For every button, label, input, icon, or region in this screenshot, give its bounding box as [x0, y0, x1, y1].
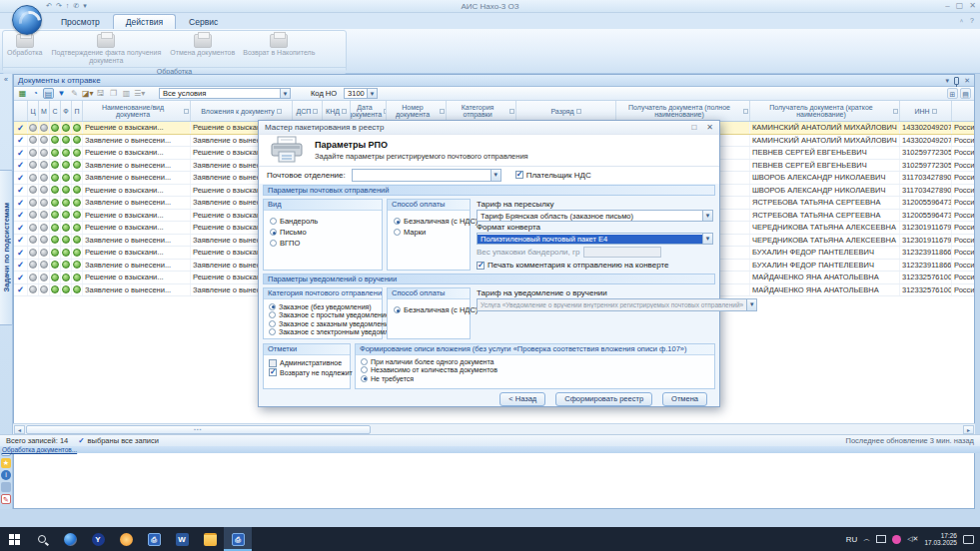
ribbon-button-Подтверждение[interactable]: Подтверждение факта получения документа — [46, 31, 166, 67]
column-header[interactable]: Номер документа — [387, 101, 447, 121]
column-filter-icon[interactable] — [932, 109, 937, 114]
marks-option[interactable]: Возврату не подлежит — [269, 368, 350, 376]
print-comment-checkbox[interactable] — [477, 262, 485, 270]
column-header[interactable]: Наименование/вид документа — [83, 101, 191, 121]
window-close-button[interactable]: ✕ — [969, 1, 976, 10]
tab-Действия[interactable]: Действия — [113, 14, 176, 29]
envelope-format-select[interactable]: Полиэтиленовый почтовый пакет Е4 ▼ — [477, 233, 713, 245]
taskbar-icon-app-active[interactable]: ⎙ — [224, 527, 252, 551]
taskbar-icon-app[interactable]: ⎙ — [140, 527, 168, 551]
column-header[interactable]: ИНН — [900, 101, 952, 121]
archive-icon[interactable] — [1, 482, 11, 492]
column-filter-icon[interactable] — [277, 109, 282, 114]
column-header[interactable]: ДСП — [293, 101, 323, 121]
taskbar-icon-browser[interactable] — [56, 527, 84, 551]
column-filter-icon[interactable] — [893, 109, 898, 114]
language-indicator[interactable]: RU — [846, 535, 858, 544]
column-header[interactable]: Категория отправки — [447, 101, 516, 121]
volume-muted-icon[interactable]: ◁✕ — [907, 535, 918, 543]
horizontal-scrollbar[interactable]: ◂ ▪▪▪ ▸ — [13, 423, 975, 434]
app-tray-icon[interactable] — [892, 535, 901, 544]
payment-option[interactable]: Безналичная (с НДС) — [394, 217, 470, 226]
window-minimize-button[interactable]: – — [945, 1, 949, 10]
panel-menu-icon[interactable]: ▾ — [946, 76, 950, 86]
collapse-sidebar-icon[interactable]: « — [0, 74, 12, 83]
network-icon[interactable] — [876, 535, 886, 543]
taskbar-icon-start[interactable] — [0, 527, 28, 551]
column-filter-icon[interactable] — [342, 109, 347, 114]
ribbon-button-Возврат[interactable]: Возврат в Накопитель — [239, 31, 319, 67]
kind-option[interactable]: Бандероль — [270, 217, 382, 226]
column-header-П[interactable]: П — [72, 101, 83, 121]
help-icon[interactable]: ? — [970, 17, 974, 27]
taskbar-icon-word[interactable]: W — [168, 527, 196, 551]
ribbon-button-Отмена[interactable]: Отмена документов — [166, 31, 239, 67]
dialog-close-button[interactable]: ✕ — [706, 123, 713, 132]
filter-icon[interactable]: ▼ — [56, 88, 67, 99]
favorites-star-icon[interactable]: ★ — [1, 458, 11, 468]
scroll-left-icon[interactable]: ◂ — [14, 425, 25, 434]
action-center-icon[interactable] — [963, 535, 974, 544]
column-header-С[interactable]: С — [50, 101, 61, 121]
column-filter-icon[interactable] — [313, 109, 318, 114]
payment-option[interactable]: Марки — [394, 228, 470, 237]
view-settings-icon[interactable]: ▤ — [960, 88, 971, 99]
postal-office-select[interactable]: ▼ — [352, 169, 501, 182]
inventory-option[interactable]: Независимо от количества документов — [361, 366, 714, 373]
tariff-select[interactable]: Тариф Брянская область (заказное письмо)… — [477, 210, 713, 222]
scrollbar-thumb[interactable]: ▪▪▪ — [26, 425, 371, 434]
window-maximize-button[interactable]: ▢ — [956, 1, 964, 10]
kind-option[interactable]: Письмо — [270, 228, 382, 237]
inventory-option[interactable]: При наличии более одного документа — [361, 358, 714, 365]
notify-payment-option[interactable]: Безналичная (с НДС) — [394, 305, 470, 314]
column-filter-icon[interactable] — [576, 109, 581, 114]
column-header-Ц[interactable]: Ц — [28, 101, 39, 121]
edit-pencil-icon[interactable]: ✎ — [1, 494, 11, 504]
tray-expand-icon[interactable]: ︿ — [863, 534, 870, 544]
vat-payer-checkbox[interactable] — [515, 171, 523, 179]
column-header-country[interactable] — [952, 101, 974, 121]
taskbar-icon-search[interactable] — [28, 527, 56, 551]
column-header[interactable]: КНД — [323, 101, 351, 121]
tab-Сервис[interactable]: Сервис — [176, 14, 231, 29]
taskbar-icon-explorer[interactable] — [196, 527, 224, 551]
columns-icon[interactable]: ▥ — [121, 88, 132, 99]
column-filter-icon[interactable] — [509, 109, 514, 114]
column-header[interactable]: Получатель документа (полное наименовани… — [616, 101, 750, 121]
column-filter-icon[interactable] — [743, 109, 748, 114]
category-option[interactable]: Заказное с заказным уведомлением — [269, 320, 382, 327]
column-header[interactable]: Разряд — [516, 101, 616, 121]
category-option[interactable]: Заказное с электронным уведомлением — [269, 328, 382, 335]
column-header[interactable]: Получатель документа (краткое наименован… — [750, 101, 900, 121]
select-all-header[interactable] — [14, 101, 28, 121]
column-header-М[interactable]: М — [39, 101, 50, 121]
form-registry-button[interactable]: Сформировать реестр — [555, 392, 652, 406]
taskbar-clock[interactable]: 17:26 17.03.2025 — [924, 532, 957, 546]
kind-option[interactable]: ВГПО — [270, 239, 382, 248]
info-icon[interactable]: i — [1, 470, 11, 480]
ribbon-minimize-icon[interactable]: ＾ — [958, 17, 965, 27]
copy-icon[interactable]: ❐ — [108, 88, 119, 99]
taskbar-icon-sputnik[interactable] — [112, 527, 140, 551]
pin-icon[interactable] — [954, 77, 959, 85]
category-option[interactable]: Заказное (без уведомления) — [269, 303, 382, 310]
sidebar-tab-tasks[interactable]: Задачи по подсистемам — [0, 170, 13, 325]
panel-close-icon[interactable]: ✕ — [964, 76, 970, 86]
save-icon[interactable]: 🖫 — [95, 88, 106, 99]
ribbon-button-Обработка[interactable]: Обработка — [3, 31, 46, 67]
edit-icon[interactable]: ✎ — [69, 88, 80, 99]
category-option[interactable]: Заказное с простым уведомлением — [269, 311, 382, 318]
column-chooser-icon[interactable]: ⊞ — [947, 88, 958, 99]
column-header[interactable]: Дата документа — [351, 101, 387, 121]
column-header[interactable]: Вложения к документу — [191, 101, 293, 121]
grid-view-icon[interactable]: ▤ — [43, 88, 54, 99]
dialog-maximize-button[interactable]: □ — [691, 123, 696, 132]
inventory-option[interactable]: Не требуется — [361, 375, 714, 382]
export-icon[interactable]: ▦ — [17, 88, 28, 99]
column-header-Ф[interactable]: Ф — [61, 101, 72, 121]
column-filter-icon[interactable] — [440, 109, 445, 114]
tab-Просмотр[interactable]: Просмотр — [48, 14, 113, 29]
refresh-icon[interactable]: ◔ — [30, 88, 41, 99]
taskbar-icon-yandex[interactable]: Y — [84, 527, 112, 551]
kod-no-select[interactable]: 3100 ▼ — [344, 88, 378, 99]
